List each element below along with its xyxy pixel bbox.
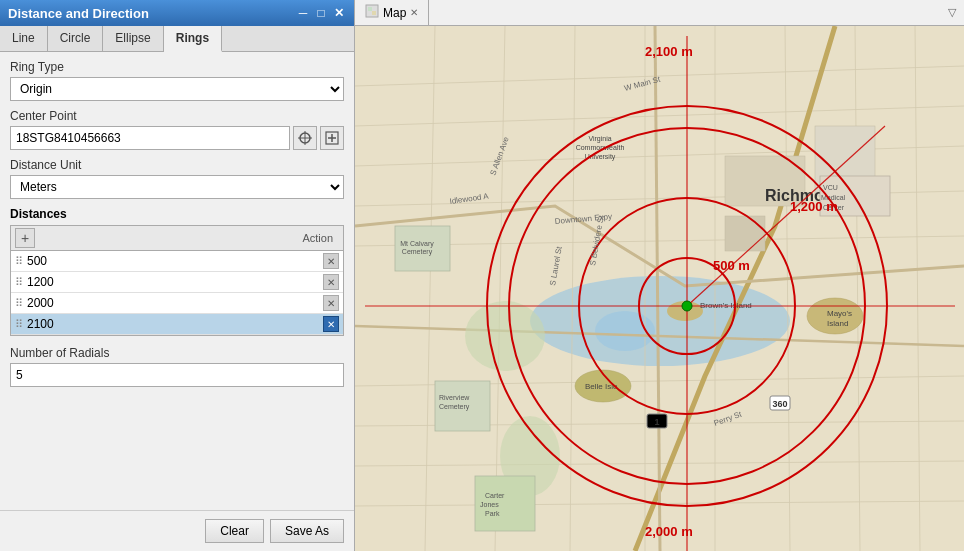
number-radials-section: Number of Radials 5: [10, 346, 344, 387]
table-row[interactable]: ⠿ 1200 ✕: [11, 272, 343, 293]
left-panel: Distance and Direction ─ □ ✕ Line Circle…: [0, 0, 355, 551]
svg-text:2,000 m: 2,000 m: [645, 524, 693, 539]
ring-type-select[interactable]: Origin Fixed Ring Azimuth: [10, 77, 344, 101]
table-row[interactable]: ⠿ 2100 ✕: [11, 314, 343, 335]
center-point-label: Center Point: [10, 109, 344, 123]
svg-text:2,100 m: 2,100 m: [645, 44, 693, 59]
svg-text:360: 360: [772, 399, 787, 409]
svg-text:1: 1: [654, 417, 659, 427]
svg-text:Island: Island: [827, 319, 848, 328]
minimize-btn[interactable]: ─: [296, 6, 310, 20]
map-expand-btn[interactable]: ▽: [948, 6, 964, 19]
distance-value: 2000: [27, 296, 323, 310]
distance-value: 1200: [27, 275, 323, 289]
map-tab-close[interactable]: ✕: [410, 7, 418, 18]
bottom-buttons: Clear Save As: [0, 510, 354, 551]
map-tab-bar: Map ✕ ▽: [355, 0, 964, 26]
table-row[interactable]: ⠿ 500 ✕: [11, 251, 343, 272]
panel-title: Distance and Direction: [8, 6, 149, 21]
svg-text:VCU: VCU: [823, 184, 838, 191]
number-radials-input[interactable]: 5: [10, 363, 344, 387]
number-radials-label: Number of Radials: [10, 346, 344, 360]
action-col-header: Action: [302, 232, 339, 244]
distance-value: 500: [27, 254, 323, 268]
svg-rect-32: [725, 216, 765, 251]
svg-rect-7: [368, 7, 372, 11]
add-distance-btn[interactable]: +: [15, 228, 35, 248]
svg-text:Cemetery: Cemetery: [402, 248, 433, 256]
distance-unit-label: Distance Unit: [10, 158, 344, 172]
tab-circle[interactable]: Circle: [48, 26, 104, 51]
svg-text:Park: Park: [485, 510, 500, 517]
svg-point-33: [465, 301, 545, 371]
svg-point-71: [682, 301, 692, 311]
svg-rect-8: [372, 11, 376, 15]
ring-type-label: Ring Type: [10, 60, 344, 74]
distances-label: Distances: [10, 207, 344, 221]
map-tab-label: Map: [383, 6, 406, 20]
map-svg: Richmond VCU Medical Center Virginia Com…: [355, 26, 964, 551]
center-point-row: 18STG8410456663: [10, 126, 344, 150]
svg-text:Riverview: Riverview: [439, 394, 470, 401]
map-canvas[interactable]: Richmond VCU Medical Center Virginia Com…: [355, 26, 964, 551]
svg-text:500 m: 500 m: [713, 258, 750, 273]
tab-rings[interactable]: Rings: [164, 26, 222, 52]
svg-text:Mayo's: Mayo's: [827, 309, 852, 318]
close-btn[interactable]: ✕: [332, 6, 346, 20]
drag-handle-icon: ⠿: [15, 255, 23, 268]
delete-row-btn[interactable]: ✕: [323, 274, 339, 290]
svg-text:Virginia: Virginia: [588, 135, 611, 143]
svg-point-10: [530, 276, 790, 366]
distances-table: + Action ⠿ 500 ✕ ⠿ 1200 ✕ ⠿ 2: [10, 225, 344, 336]
delete-row-btn[interactable]: ✕: [323, 295, 339, 311]
map-tab[interactable]: Map ✕: [355, 0, 429, 25]
center-point-input[interactable]: 18STG8410456663: [10, 126, 290, 150]
panel-controls: ─ □ ✕: [296, 6, 346, 20]
select-point-btn[interactable]: [293, 126, 317, 150]
distances-table-header: + Action: [11, 226, 343, 251]
panel-title-bar: Distance and Direction ─ □ ✕: [0, 0, 354, 26]
tab-ellipse[interactable]: Ellipse: [103, 26, 163, 51]
clear-button[interactable]: Clear: [205, 519, 264, 543]
table-row[interactable]: ⠿ 2000 ✕: [11, 293, 343, 314]
svg-text:Jones: Jones: [480, 501, 499, 508]
distances-section: Distances + Action ⠿ 500 ✕ ⠿ 1200 ✕: [10, 207, 344, 336]
svg-text:Mt Calvary: Mt Calvary: [400, 240, 434, 248]
map-icon: [365, 4, 379, 21]
add-point-btn[interactable]: [320, 126, 344, 150]
drag-handle-icon: ⠿: [15, 276, 23, 289]
tab-bar: Line Circle Ellipse Rings: [0, 26, 354, 52]
svg-text:Cemetery: Cemetery: [439, 403, 470, 411]
tab-line[interactable]: Line: [0, 26, 48, 51]
delete-row-btn[interactable]: ✕: [323, 253, 339, 269]
float-btn[interactable]: □: [314, 6, 328, 20]
delete-row-btn[interactable]: ✕: [323, 316, 339, 332]
svg-text:1,200 m: 1,200 m: [790, 199, 838, 214]
distance-value: 2100: [27, 317, 323, 331]
drag-handle-icon: ⠿: [15, 297, 23, 310]
save-as-button[interactable]: Save As: [270, 519, 344, 543]
svg-text:Carter: Carter: [485, 492, 505, 499]
drag-handle-icon: ⠿: [15, 318, 23, 331]
panel-content: Ring Type Origin Fixed Ring Azimuth Cent…: [0, 52, 354, 510]
distance-unit-select[interactable]: Meters Kilometers Miles Feet: [10, 175, 344, 199]
map-area: Map ✕ ▽: [355, 0, 964, 551]
